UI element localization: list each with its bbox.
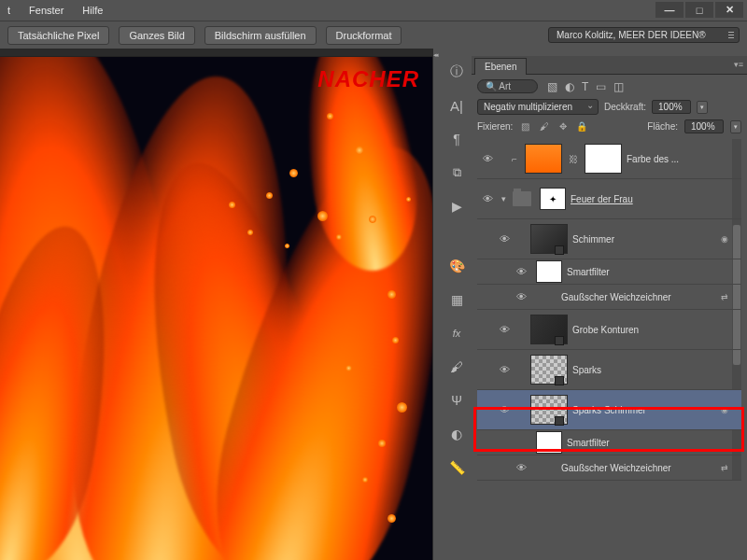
layer-name[interactable]: Farbe des ... [627,154,741,164]
layers-group-icon[interactable]: ⧉ [446,162,467,183]
blend-mode-select[interactable]: Negativ multiplizieren [477,99,599,115]
fill-arrow[interactable]: ▾ [730,120,741,133]
fx-icon[interactable]: ◉ [721,234,728,244]
paragraph-icon[interactable]: ¶ [446,129,467,149]
link-icon[interactable]: ⛓ [567,154,580,164]
filter-type-icon[interactable]: T [582,80,588,93]
character-icon[interactable]: A| [446,95,467,116]
edit-icon[interactable]: ⇄ [721,292,728,301]
fold-icon[interactable]: ▾ [498,194,509,203]
collapsed-panels: ⓘ A| ¶ ⧉ ▶ 🎨 ▦ fx 🖌 Ψ ◐ 📏 [442,49,472,560]
visibility-icon[interactable]: 👁 [511,266,531,277]
filter-name[interactable]: Smartfilter [567,267,741,277]
lock-all-icon[interactable]: 🔒 [575,120,587,133]
layer-group-row[interactable]: 👁 ▾ ✦ Feuer der Frau [477,179,741,219]
layer-row-selected[interactable]: 👁 Sparks Schimmer ◉ [477,390,741,430]
layer-row[interactable]: 👁 Schimmer ◉ [477,219,741,259]
effect-row[interactable]: 👁 Gaußscher Weichzeichner ⇄ [477,455,741,481]
filter-row[interactable]: 👁 Smartfilter [477,259,741,285]
panel-tabbar: Ebenen ▾≡ [472,56,747,75]
filter-pixel-icon[interactable]: ▧ [547,80,557,93]
layers-panel: Ebenen ▾≡ 🔍 Art ▧ ◐ T ▭ ◫ Negativ multip… [472,49,747,560]
layer-filter-type[interactable]: 🔍 Art [477,79,538,93]
effect-row[interactable]: 👁 Gaußscher Weichzeichner ⇄ [477,285,741,310]
visibility-icon[interactable]: 👁 [511,291,531,302]
fill-label: Fläche: [647,121,678,132]
mask-thumb[interactable] [585,144,622,174]
lock-trans-icon[interactable]: ▨ [519,120,531,133]
workspace-selector[interactable]: Marco Kolditz, MEER DER IDEEN® [548,27,740,43]
filter-row[interactable]: Smartfilter [477,430,741,455]
actual-pixels-button[interactable]: Tatsächliche Pixel [7,26,109,45]
fx-icon[interactable]: ◉ [721,405,728,414]
effect-name[interactable]: Gaußscher Weichzeichner [531,463,741,473]
main-area: NACHER ⓘ A| ¶ ⧉ ▶ 🎨 ▦ fx 🖌 Ψ ◐ 📏 Ebenen … [0,49,747,560]
layer-row[interactable]: 👁 ⌐ ⛓ Farbe des ... [477,139,741,179]
menu-item[interactable]: t [7,5,10,16]
layer-name[interactable]: Feuer der Frau [571,194,741,204]
filter-mask[interactable] [536,431,562,454]
watermark-text: NACHER [317,66,419,92]
filter-name[interactable]: Smartfilter [567,438,741,448]
layer-name[interactable]: Sparks [572,365,741,375]
panel-collapse-bar[interactable] [432,49,442,560]
layer-name[interactable]: Grobe Konturen [572,325,741,335]
visibility-icon[interactable]: 👁 [511,462,531,473]
measure-icon[interactable]: 📏 [446,457,467,478]
opacity-label: Deckkraft: [604,102,646,112]
canvas[interactable]: NACHER [0,56,432,560]
minimize-button[interactable]: — [655,2,684,18]
opacity-value[interactable]: 100% [652,100,691,114]
options-bar: Tatsächliche Pixel Ganzes Bild Bildschir… [0,21,747,49]
window-controls: — □ ✕ [655,2,743,18]
grid-icon[interactable]: ▦ [446,289,467,310]
fill-screen-button[interactable]: Bildschirm ausfüllen [204,26,317,45]
maximize-button[interactable]: □ [685,2,713,18]
layer-thumb[interactable] [530,395,568,425]
filter-smart-icon[interactable]: ◫ [613,80,624,93]
layer-thumb[interactable] [530,224,568,254]
layer-thumb[interactable] [530,315,568,344]
menu-item-help[interactable]: Hilfe [82,5,103,16]
lock-image-icon[interactable]: 🖌 [538,120,550,133]
visibility-icon[interactable]: 👁 [494,404,514,415]
folder-icon [513,191,531,206]
swatches-icon[interactable]: 🎨 [446,256,467,276]
styles-icon[interactable]: fx [446,323,467,343]
brush-icon[interactable]: 🖌 [446,357,467,377]
info-icon[interactable]: ⓘ [446,62,467,82]
lock-label: Fixieren: [477,121,513,132]
visibility-icon[interactable]: 👁 [477,153,498,164]
layer-name[interactable]: Sparks Schimmer [572,405,741,415]
layer-row[interactable]: 👁 Grobe Konturen [477,310,741,350]
layer-name[interactable]: Schimmer [572,234,741,245]
fill-value[interactable]: 100% [684,119,724,133]
visibility-icon[interactable]: 👁 [494,324,514,335]
print-size-button[interactable]: Druckformat [326,26,402,45]
menu-item-window[interactable]: Fenster [29,5,63,16]
layer-thumb[interactable] [525,144,562,174]
opacity-arrow[interactable]: ▾ [697,101,708,114]
adjust-icon[interactable]: ◐ [446,424,467,444]
fit-screen-button[interactable]: Ganzes Bild [119,26,194,45]
layer-thumb[interactable] [530,355,568,385]
menubar: t Fenster Hilfe — □ ✕ [0,0,747,21]
filter-shape-icon[interactable]: ▭ [596,80,606,93]
layer-row[interactable]: 👁 Sparks [477,350,741,390]
effect-name[interactable]: Gaußscher Weichzeichner [531,292,741,302]
visibility-icon[interactable]: 👁 [477,193,498,204]
mask-thumb[interactable]: ✦ [540,188,566,210]
panel-menu-icon[interactable]: ▾≡ [734,60,743,69]
filter-mask[interactable] [536,260,562,283]
filter-adjust-icon[interactable]: ◐ [565,80,574,93]
visibility-icon[interactable]: 👁 [494,364,514,375]
lock-pos-icon[interactable]: ✥ [557,120,569,133]
edit-icon[interactable]: ⇄ [721,463,728,472]
visibility-icon[interactable]: 👁 [494,233,514,245]
panel-body: 🔍 Art ▧ ◐ T ▭ ◫ Negativ multiplizieren D… [472,75,747,560]
layers-tab[interactable]: Ebenen [474,58,527,75]
close-button[interactable]: ✕ [715,2,743,18]
play-icon[interactable]: ▶ [446,196,467,217]
layer-list: 👁 ⌐ ⛓ Farbe des ... 👁 ▾ ✦ Feuer der Frau [477,139,741,481]
psi-icon[interactable]: Ψ [446,390,467,411]
